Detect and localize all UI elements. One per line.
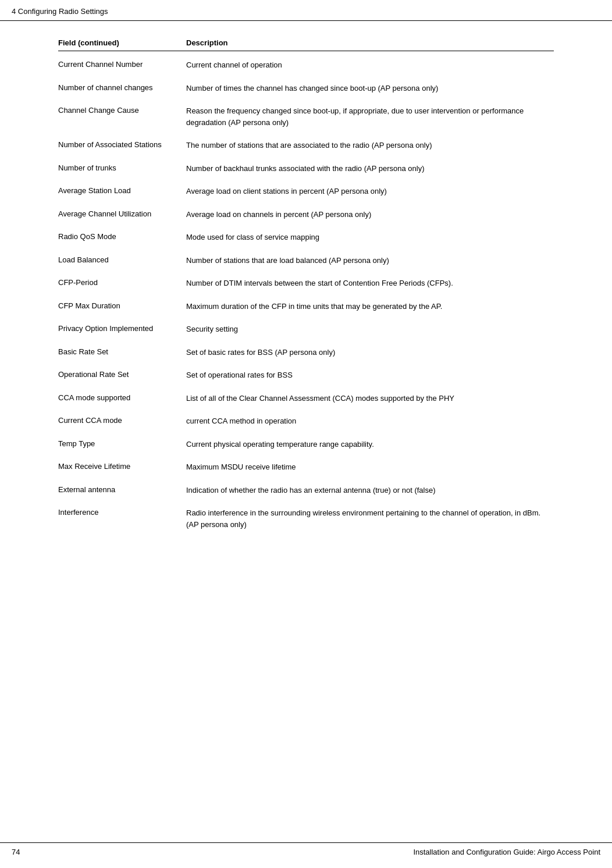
field-description: Number of DTIM intervals between the sta… — [186, 278, 554, 289]
chapter-title: 4 Configuring Radio Settings — [12, 7, 108, 16]
table-row: Radio QoS ModeMode used for class of ser… — [58, 226, 554, 249]
table-row: External antennaIndication of whether th… — [58, 479, 554, 502]
table-row: Operational Rate SetSet of operational r… — [58, 364, 554, 387]
field-name: Load Balanced — [58, 255, 186, 265]
field-name: Average Station Load — [58, 186, 186, 196]
page-footer: 74 Installation and Configuration Guide:… — [0, 842, 612, 856]
table-row: Max Receive LifetimeMaximum MSDU receive… — [58, 456, 554, 479]
field-description: Current channel of operation — [186, 59, 554, 71]
field-description: List of all of the Clear Channel Assessm… — [186, 393, 554, 404]
table-row: Number of Associated StationsThe number … — [58, 134, 554, 157]
field-name: Number of channel changes — [58, 83, 186, 93]
col-desc-header: Description — [186, 38, 554, 47]
table-header-row: Field (continued) Description — [58, 38, 554, 51]
field-name: Temp Type — [58, 439, 186, 449]
table-body: Current Channel NumberCurrent channel of… — [58, 54, 554, 536]
field-description: Maximum duration of the CFP in time unit… — [186, 301, 554, 312]
table-row: CCA mode supportedList of all of the Cle… — [58, 387, 554, 410]
field-description: Radio interference in the surrounding wi… — [186, 507, 554, 530]
field-name: CCA mode supported — [58, 393, 186, 403]
table-row: Load BalancedNumber of stations that are… — [58, 249, 554, 272]
field-name: Channel Change Cause — [58, 105, 186, 116]
field-name: Interference — [58, 507, 186, 518]
field-name: Current CCA mode — [58, 415, 186, 426]
field-description: Maximum MSDU receive lifetime — [186, 461, 554, 473]
field-description: Number of backhaul trunks associated wit… — [186, 163, 554, 175]
field-name: Radio QoS Mode — [58, 232, 186, 242]
field-name: Number of trunks — [58, 163, 186, 173]
field-name: Operational Rate Set — [58, 369, 186, 380]
field-description: Set of operational rates for BSS — [186, 369, 554, 381]
table-row: Number of trunksNumber of backhaul trunk… — [58, 157, 554, 180]
field-description: Mode used for class of service mapping — [186, 232, 554, 243]
field-name: Basic Rate Set — [58, 347, 186, 357]
field-description: Number of stations that are load balance… — [186, 255, 554, 266]
table-row: InterferenceRadio interference in the su… — [58, 501, 554, 536]
field-description: Number of times the channel has changed … — [186, 83, 554, 94]
col-field-header: Field (continued) — [58, 38, 186, 47]
page-header: 4 Configuring Radio Settings — [0, 0, 612, 21]
field-name: CFP Max Duration — [58, 301, 186, 311]
field-name: External antenna — [58, 485, 186, 495]
field-name: Max Receive Lifetime — [58, 461, 186, 472]
table-row: Basic Rate SetSet of basic rates for BSS… — [58, 341, 554, 364]
table-row: Average Channel UtilizationAverage load … — [58, 203, 554, 226]
field-description: current CCA method in operation — [186, 415, 554, 427]
footer-title: Installation and Configuration Guide: Ai… — [413, 848, 600, 856]
table-row: Current CCA modecurrent CCA method in op… — [58, 410, 554, 433]
field-description: Set of basic rates for BSS (AP persona o… — [186, 347, 554, 358]
table-row: Privacy Option ImplementedSecurity setti… — [58, 318, 554, 341]
field-description: The number of stations that are associat… — [186, 140, 554, 151]
field-description: Security setting — [186, 323, 554, 335]
field-description: Average load on client stations in perce… — [186, 186, 554, 197]
field-description: Indication of whether the radio has an e… — [186, 485, 554, 496]
field-description: Average load on channels in percent (AP … — [186, 209, 554, 220]
field-description: Reason the frequency changed since boot-… — [186, 105, 554, 128]
field-description: Current physical operating temperature r… — [186, 439, 554, 450]
field-name: CFP-Period — [58, 278, 186, 288]
table-row: Average Station LoadAverage load on clie… — [58, 180, 554, 203]
table-row: CFP Max DurationMaximum duration of the … — [58, 295, 554, 318]
field-name: Number of Associated Stations — [58, 140, 186, 150]
table-row: Number of channel changesNumber of times… — [58, 77, 554, 100]
field-name: Average Channel Utilization — [58, 209, 186, 219]
table-row: Current Channel NumberCurrent channel of… — [58, 54, 554, 77]
field-table: Field (continued) Description Current Ch… — [58, 38, 554, 536]
table-row: Temp TypeCurrent physical operating temp… — [58, 433, 554, 456]
field-name: Privacy Option Implemented — [58, 323, 186, 334]
page-number: 74 — [12, 848, 20, 856]
table-row: Channel Change CauseReason the frequency… — [58, 99, 554, 134]
table-row: CFP-PeriodNumber of DTIM intervals betwe… — [58, 272, 554, 295]
field-name: Current Channel Number — [58, 59, 186, 70]
page-content: Field (continued) Description Current Ch… — [0, 21, 612, 582]
